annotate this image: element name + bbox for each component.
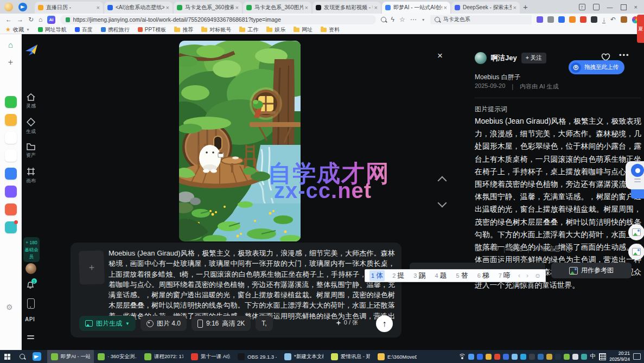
- bookmark-item[interactable]: 网址导航: [38, 26, 67, 34]
- ai-assistant-icon[interactable]: AI: [47, 16, 55, 24]
- extension-icon[interactable]: [580, 16, 586, 23]
- strip-app-icon[interactable]: [5, 168, 17, 180]
- sidebar-item-inspiration[interactable]: 灵感: [26, 93, 36, 110]
- tab-close-icon[interactable]: ×: [444, 4, 447, 11]
- tab-close-icon[interactable]: ×: [97, 4, 100, 11]
- undo-icon[interactable]: ↶: [610, 16, 616, 23]
- strip-app-icon[interactable]: [5, 150, 17, 162]
- address-bar[interactable]: https://jimeng.jianying.com/ai-tool/work…: [60, 15, 376, 24]
- generate-submit-button[interactable]: ↑: [376, 315, 393, 332]
- ime-candidate[interactable]: 6 梯: [476, 270, 491, 281]
- tray-app-icon[interactable]: [564, 354, 570, 360]
- back-icon[interactable]: ←: [5, 16, 12, 23]
- close-window-button[interactable]: ×: [634, 4, 637, 10]
- generated-image[interactable]: [179, 41, 301, 241]
- drop-upload-tooltip[interactable]: 拖拽至此上传: [569, 60, 624, 74]
- sidebar-item-assets[interactable]: 资产: [26, 143, 36, 159]
- briefcase-icon[interactable]: [621, 16, 627, 23]
- tab-close-icon[interactable]: ×: [374, 4, 378, 11]
- strip-app-icon[interactable]: [5, 186, 17, 198]
- url-text[interactable]: https://jimeng.jianying.com/ai-tool/work…: [73, 16, 281, 23]
- floating-image-tool-button[interactable]: [628, 244, 644, 260]
- ime-candidate[interactable]: 3 踢: [412, 270, 427, 281]
- tab-stack-icon[interactable]: 7: [579, 4, 585, 10]
- bookmark-item[interactable]: 资料: [321, 26, 340, 34]
- extension-icon[interactable]: [547, 16, 554, 23]
- ime-candidate[interactable]: 2 提: [391, 270, 406, 281]
- author-avatar[interactable]: [475, 52, 487, 64]
- bookmark-item[interactable]: 娱乐: [266, 26, 285, 34]
- taskbar-app[interactable]: *新建文本文档...: [280, 350, 327, 363]
- browser-tab[interactable]: 直播日历 - ×: [35, 2, 103, 14]
- tray-app-icon[interactable]: [512, 354, 518, 360]
- bookmark-item[interactable]: 对标账号: [201, 26, 231, 34]
- ime-candidate[interactable]: 4 题: [433, 270, 448, 281]
- browser-logo-icon[interactable]: [18, 3, 27, 11]
- taskbar-app[interactable]: 课程2072: 179...: [141, 350, 187, 363]
- bookmark-item[interactable]: 推荐: [174, 26, 193, 34]
- tab-close-icon[interactable]: ×: [235, 4, 239, 11]
- notification-bell-icon[interactable]: 1: [26, 281, 35, 291]
- browser-profile-avatar[interactable]: [4, 3, 13, 11]
- taskbar-app[interactable]: 即梦AI - 一站...: [47, 350, 94, 363]
- download-icon[interactable]: ↓: [602, 16, 605, 23]
- ime-candidate[interactable]: 7 啼: [497, 270, 512, 281]
- sidebar-item-generate[interactable]: 生成: [26, 118, 36, 135]
- strip-add-icon[interactable]: +: [5, 56, 17, 68]
- floating-translate-chip[interactable]: [631, 188, 644, 199]
- ime-candidate[interactable]: 5 替: [455, 270, 470, 281]
- close-detail-icon[interactable]: ×: [437, 51, 443, 60]
- maximize-button[interactable]: [621, 4, 627, 10]
- tray-app-icon[interactable]: [503, 354, 509, 360]
- refresh-icon[interactable]: ↻: [28, 16, 34, 23]
- new-tab-button[interactable]: +: [523, 2, 528, 11]
- tray-app-icon[interactable]: [538, 354, 544, 360]
- ime-emoji-icon[interactable]: ☺: [534, 272, 541, 279]
- taskbar-app[interactable]: OBS 29.1.3 - ...: [234, 350, 280, 363]
- text-tool-button[interactable]: T,: [256, 316, 272, 331]
- quick-search-box[interactable]: 马卡龙色系: [430, 15, 532, 24]
- strip-settings-gear-icon[interactable]: ⚙: [6, 303, 13, 311]
- tray-app-icon[interactable]: [486, 354, 492, 360]
- ratio-quality-button[interactable]: 9:16 高清 2K: [192, 316, 251, 331]
- model-select-button[interactable]: 图片 4.0: [141, 316, 187, 331]
- composer-prompt-input[interactable]: Moebius (Jean Giraud)风格，极繁主义，极致表现力，浪漫感，细…: [109, 248, 395, 322]
- more-options-icon[interactable]: •••: [619, 51, 630, 59]
- more-tools-icon[interactable]: ⋯: [410, 16, 417, 23]
- tab-close-icon[interactable]: ×: [166, 4, 169, 11]
- tray-app-icon[interactable]: [581, 354, 587, 360]
- ime-language-indicator[interactable]: 中: [590, 353, 596, 360]
- use-as-reference-button[interactable]: 用作参考图: [551, 263, 632, 278]
- strip-home-icon[interactable]: ⌂: [5, 39, 17, 50]
- taskbar-app[interactable]: 爱情讯息 - 郑...: [327, 350, 374, 363]
- follow-button[interactable]: + 关注: [521, 53, 546, 63]
- extension-icon[interactable]: [591, 16, 597, 23]
- bookmark-item[interactable]: 百度: [75, 26, 93, 34]
- taskbar-search-icon[interactable]: [15, 350, 29, 363]
- browser-tab[interactable]: 马卡龙色系_360搜索 ×: [174, 2, 242, 14]
- bookmark-item[interactable]: PPT模板: [138, 26, 166, 34]
- strip-app-icon[interactable]: [5, 221, 17, 233]
- generation-mode-button[interactable]: 图片生成 ▼: [79, 316, 136, 331]
- floating-assistant-widget[interactable]: [626, 161, 644, 189]
- add-reference-image-button[interactable]: +: [79, 250, 105, 285]
- tray-app-icon[interactable]: [555, 354, 561, 360]
- start-button[interactable]: [0, 350, 15, 363]
- notification-center-icon[interactable]: [633, 353, 641, 360]
- taskbar-app[interactable]: · 360安全浏...: [94, 350, 141, 363]
- ime-candidate[interactable]: 1 体: [369, 270, 385, 281]
- forward-icon[interactable]: →: [17, 16, 23, 23]
- info-icon[interactable]: i: [565, 245, 572, 252]
- tab-close-icon[interactable]: ×: [513, 4, 517, 11]
- home-icon[interactable]: ⌂: [39, 16, 42, 23]
- strip-app-icon[interactable]: [5, 203, 17, 215]
- zoom-search-icon[interactable]: [381, 17, 386, 22]
- tray-app-icon[interactable]: [468, 354, 474, 360]
- extension-icon[interactable]: [537, 16, 543, 23]
- wifi-icon[interactable]: [458, 354, 465, 359]
- tray-app-icon[interactable]: [546, 354, 552, 360]
- tray-app-icon[interactable]: [572, 354, 578, 360]
- menu-icon[interactable]: [27, 335, 34, 341]
- touch-keyboard-icon[interactable]: [599, 353, 606, 360]
- mobile-app-icon[interactable]: [27, 298, 35, 309]
